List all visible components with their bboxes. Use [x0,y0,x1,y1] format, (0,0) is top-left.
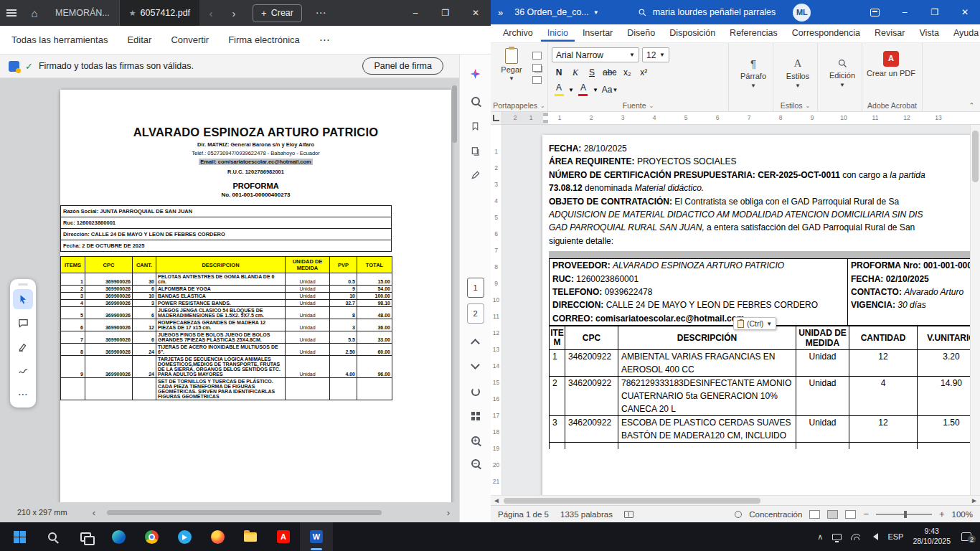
pdf-horizontal-scrollbar[interactable] [103,509,439,516]
scrollbar-thumb[interactable] [972,131,979,182]
close-button[interactable]: ✕ [950,0,980,24]
font-color-button[interactable]: A [576,83,590,97]
ribbon-tab-ayuda[interactable]: Ayuda [947,25,980,42]
cut-icon[interactable] [532,52,542,60]
maximize-button[interactable]: ❐ [430,0,461,26]
word-count[interactable]: 1335 palabras [560,510,613,519]
ribbon-display-options-button[interactable] [859,0,890,24]
hidden-icons-button[interactable]: ∧ [817,532,823,542]
zoom-slider[interactable] [876,514,932,515]
titlebar-more-button[interactable]: ⋯ [309,0,332,26]
ribbon-tab-vista[interactable]: Vista [913,25,946,42]
rotate-page-button[interactable] [465,381,486,402]
page-box-1[interactable]: 1 [467,278,484,298]
word-taskbar-button[interactable]: W [300,522,333,551]
firefox-taskbar-button[interactable] [201,522,234,551]
vertical-ruler[interactable]: 123456789101112131415161718192021 [491,125,502,495]
file-explorer-taskbar-button[interactable] [234,522,267,551]
word-horizontal-scrollbar[interactable]: ◄ ► [491,495,980,505]
page-box-2[interactable]: 2 [467,303,484,324]
collapse-ribbon-button[interactable]: ⌃ [969,102,974,109]
change-case-button[interactable]: Aa▼ [600,83,620,97]
minimize-button[interactable]: – [400,0,430,26]
tab-memorandum[interactable]: MEMORÁN... [46,0,120,26]
indent-marker[interactable] [543,113,548,116]
dialog-launcher-icon[interactable]: ⌄ [540,103,545,109]
strikethrough-button[interactable]: abc [601,65,618,80]
scroll-right-button[interactable]: ► [969,496,980,504]
comment-tool-button[interactable] [13,313,33,333]
quick-access-overflow-button[interactable]: » [498,7,503,18]
font-size-select[interactable]: 12▼ [642,47,669,62]
signature-panel-button[interactable]: Panel de firma [362,57,443,75]
edge-taskbar-button[interactable] [102,522,135,551]
menubar-item[interactable]: Convertir [171,34,209,45]
language-indicator[interactable]: ESP [887,532,903,541]
ribbon-tab-diseño[interactable]: Diseño [621,25,661,42]
dialog-launcher-icon[interactable]: ⌄ [806,103,811,109]
paste-options-button[interactable]: (Ctrl) ▼ [733,317,776,330]
copy-icon[interactable] [532,64,542,72]
subscript-button[interactable]: x₂ [620,65,634,80]
editing-group-button[interactable]: Edición ▼ [821,49,863,98]
minimize-button[interactable]: – [890,0,920,24]
start-taskbar-button[interactable] [3,522,36,551]
menubar-item[interactable]: Editar [127,34,151,45]
page-thumbnails-button[interactable] [465,141,486,162]
scroll-left-button[interactable]: ◄ [491,496,502,504]
draw-tool-button[interactable] [13,360,33,380]
tab-stop-selector[interactable] [491,112,502,124]
notification-button[interactable]: 2 [961,532,971,541]
account-avatar[interactable]: ML [793,4,811,22]
close-button[interactable]: ✕ [461,0,491,26]
scroll-left-button[interactable]: ‹ [89,507,99,518]
clock[interactable]: 9:43 28/10/2025 [913,527,951,546]
bookmarks-button[interactable] [465,116,486,137]
read-mode-button[interactable] [809,510,820,519]
ribbon-tab-inicio[interactable]: Inicio [541,25,575,42]
ribbon-tab-insertar[interactable]: Insertar [576,25,619,42]
previous-page-button[interactable] [465,332,486,354]
search-taskbar-button[interactable] [36,522,69,551]
zoom-level[interactable]: 100% [952,510,973,519]
search-document-button[interactable] [465,90,486,112]
format-painter-icon[interactable] [532,76,542,84]
task-view-taskbar-button[interactable] [69,522,102,551]
ribbon-tab-correspondencia[interactable]: Correspondencia [786,25,867,42]
back-button[interactable]: ‹ [199,0,222,26]
ai-assistant-button[interactable] [465,63,486,85]
bold-button[interactable]: N [552,65,566,80]
horizontal-ruler[interactable]: 2112345678910111213 [491,112,980,125]
ribbon-tab-archivo[interactable]: Archivo [496,25,540,42]
font-name-select[interactable]: Arial Narrow▼ [552,47,639,62]
word-page[interactable]: FECHA: 28/10/2025ÁREA REQUIRENTE: PROYEC… [542,135,980,495]
ribbon-tab-referencias[interactable]: Referencias [723,25,784,42]
pdf-vertical-scrollbar[interactable] [452,85,457,143]
menubar-item[interactable]: Firma electrónica [228,34,300,45]
styles-group-button[interactable]: A Estilos ▼ [777,49,819,98]
acrobat-menu-button[interactable] [0,0,23,26]
web-layout-button[interactable] [845,510,856,519]
focus-mode-button[interactable]: Concentración [749,510,802,519]
zoom-out-button[interactable]: − [465,453,486,474]
sign-button[interactable] [465,164,486,186]
paste-button[interactable]: Pegar ▼ [496,48,527,98]
display-icon[interactable] [832,534,842,540]
indent-marker[interactable] [543,120,548,123]
maximize-button[interactable]: ❐ [920,0,950,24]
ribbon-tab-disposición[interactable]: Disposición [663,25,722,42]
acrobat-taskbar-button[interactable]: A [267,522,300,551]
page-view-button[interactable] [465,405,486,427]
zoom-slider-thumb[interactable] [904,511,907,518]
telegram-taskbar-button[interactable] [168,522,201,551]
text-highlight-button[interactable]: A [552,83,566,97]
volume-icon[interactable] [870,533,878,540]
highlight-tool-button[interactable] [13,336,33,357]
menubar-more-button[interactable]: ⋯ [319,34,330,47]
zoom-in-button[interactable]: + [465,430,486,451]
palette-drag-handle[interactable] [18,283,28,286]
select-tool-button[interactable] [13,289,33,309]
page-indicator[interactable]: Página 1 de 5 [498,510,549,519]
search-box[interactable]: maria lourdes peñafiel parrales [638,7,776,17]
chrome-taskbar-button[interactable] [135,522,168,551]
